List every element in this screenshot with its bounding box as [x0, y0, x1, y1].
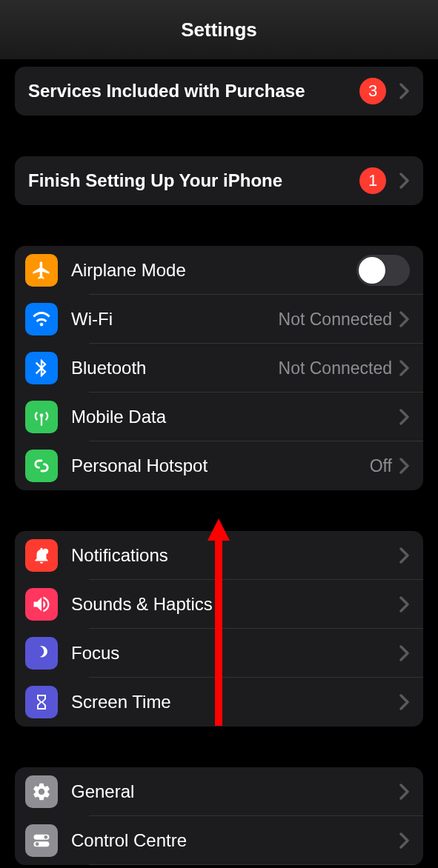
- antenna-icon: [25, 401, 58, 433]
- row-screen-time[interactable]: Screen Time: [15, 678, 423, 727]
- row-label: Screen Time: [71, 692, 399, 712]
- section-notifications: Notifications Sounds & Haptics Focus: [15, 531, 423, 727]
- section-general: General Control Centre: [15, 767, 423, 865]
- row-value: Off: [370, 456, 392, 476]
- row-services-included[interactable]: Services Included with Purchase 3: [15, 67, 423, 116]
- wifi-icon: [25, 303, 58, 335]
- row-label: Notifications: [71, 545, 399, 566]
- chevron-right-icon: [399, 311, 410, 327]
- bluetooth-icon: [25, 352, 58, 384]
- section-connectivity: Airplane Mode Wi-Fi Not Connected Blueto…: [15, 246, 423, 490]
- badge-count: 1: [359, 167, 386, 194]
- row-label: Control Centre: [71, 830, 399, 851]
- chevron-right-icon: [399, 83, 410, 99]
- row-label: Services Included with Purchase: [28, 81, 359, 101]
- chevron-right-icon: [399, 360, 410, 376]
- gear-icon: [25, 775, 58, 808]
- row-finish-setup[interactable]: Finish Setting Up Your iPhone 1: [15, 156, 423, 205]
- row-notifications[interactable]: Notifications: [15, 531, 423, 580]
- row-label: Mobile Data: [71, 407, 399, 427]
- row-label: Sounds & Haptics: [71, 594, 399, 615]
- toggles-icon: [25, 824, 58, 857]
- hotspot-icon: [25, 450, 58, 482]
- row-personal-hotspot[interactable]: Personal Hotspot Off: [15, 441, 423, 490]
- hourglass-icon: [25, 686, 58, 718]
- row-general[interactable]: General: [15, 767, 423, 816]
- chevron-right-icon: [399, 409, 410, 425]
- row-label: Finish Setting Up Your iPhone: [28, 170, 359, 191]
- svg-point-2: [44, 835, 48, 839]
- row-label: Personal Hotspot: [71, 455, 370, 476]
- row-value: Not Connected: [279, 310, 392, 330]
- chevron-right-icon: [399, 645, 410, 661]
- badge-count: 3: [359, 78, 386, 104]
- row-sounds-haptics[interactable]: Sounds & Haptics: [15, 580, 423, 629]
- section-services: Services Included with Purchase 3: [15, 67, 423, 116]
- chevron-right-icon: [399, 784, 410, 800]
- row-label: Bluetooth: [71, 358, 279, 378]
- row-airplane-mode[interactable]: Airplane Mode: [15, 246, 423, 295]
- chevron-right-icon: [399, 694, 410, 710]
- chevron-right-icon: [399, 547, 410, 564]
- chevron-right-icon: [399, 596, 410, 612]
- row-focus[interactable]: Focus: [15, 629, 423, 678]
- divider: [89, 864, 423, 865]
- moon-icon: [25, 637, 58, 670]
- row-label: General: [71, 781, 399, 802]
- row-label: Focus: [71, 643, 399, 664]
- airplane-mode-toggle[interactable]: [356, 255, 410, 286]
- svg-point-0: [43, 549, 49, 555]
- row-control-centre[interactable]: Control Centre: [15, 816, 423, 865]
- speaker-icon: [25, 588, 58, 621]
- row-label: Airplane Mode: [71, 260, 356, 281]
- airplane-icon: [25, 254, 58, 287]
- settings-content: Services Included with Purchase 3 Finish…: [0, 67, 438, 865]
- row-value: Not Connected: [279, 358, 392, 378]
- settings-header: Settings: [0, 0, 438, 59]
- section-setup: Finish Setting Up Your iPhone 1: [15, 156, 423, 205]
- svg-point-4: [36, 842, 39, 846]
- row-mobile-data[interactable]: Mobile Data: [15, 393, 423, 441]
- toggle-knob: [359, 257, 385, 284]
- page-title: Settings: [181, 19, 257, 41]
- chevron-right-icon: [399, 173, 410, 189]
- bell-icon: [25, 539, 58, 572]
- row-label: Wi-Fi: [71, 309, 279, 330]
- chevron-right-icon: [399, 832, 410, 849]
- row-wifi[interactable]: Wi-Fi Not Connected: [15, 295, 423, 344]
- row-bluetooth[interactable]: Bluetooth Not Connected: [15, 344, 423, 393]
- chevron-right-icon: [399, 458, 410, 474]
